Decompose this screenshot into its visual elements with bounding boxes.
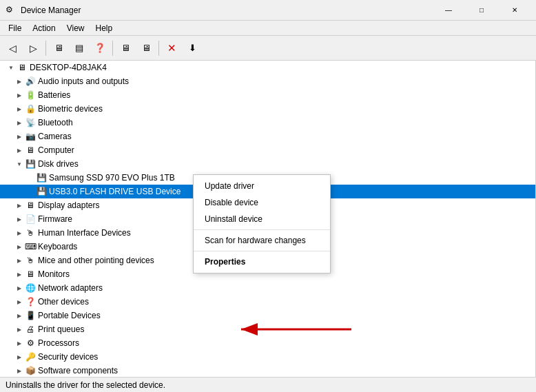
toolbar-remove[interactable]: ✕ — [162, 39, 181, 58]
label-bluetooth: Bluetooth — [38, 118, 73, 127]
tree-root[interactable]: ▼ 🖥 DESKTOP-4D8JAK4 — [0, 61, 535, 74]
ctx-sep-uninstall — [194, 229, 330, 230]
toolbar-download[interactable]: ⬇ — [183, 39, 202, 58]
close-button[interactable]: ✕ — [499, 0, 530, 21]
toggle-batteries[interactable]: ▶ — [14, 90, 25, 101]
label-firmware: Firmware — [38, 214, 72, 224]
ctx-item-scan[interactable]: Scan for hardware changes — [194, 232, 330, 249]
icon-monitors: 🖥 — [25, 269, 36, 280]
ctx-item-update[interactable]: Update driver — [194, 178, 330, 194]
tree-item-computer[interactable]: ▶ 🖥 Computer — [0, 143, 535, 157]
toolbar-help[interactable]: ❓ — [90, 39, 110, 58]
label-samsung: Samsung SSD 970 EVO Plus 1TB — [49, 173, 175, 183]
icon-batteries: 🔋 — [25, 90, 36, 101]
tree-item-network[interactable]: ▶ 🌐 Network adapters — [0, 281, 535, 295]
label-display: Display adapters — [38, 200, 99, 210]
toolbar-display1[interactable]: 🖥 — [116, 39, 135, 58]
status-bar: Uninstalls the driver for the selected d… — [0, 377, 536, 392]
toggle-biometric[interactable]: ▶ — [14, 103, 25, 114]
tree-item-print[interactable]: ▶ 🖨 Print queues — [0, 322, 535, 336]
toggle-portable[interactable]: ▶ — [14, 310, 25, 321]
icon-disk: 💾 — [25, 158, 36, 169]
tree-item-bluetooth[interactable]: ▶ 📡 Bluetooth — [0, 116, 535, 130]
toggle-cameras[interactable]: ▶ — [14, 131, 25, 142]
toolbar-back[interactable]: ◁ — [3, 39, 22, 58]
toggle-print[interactable]: ▶ — [14, 324, 25, 335]
toolbar-list[interactable]: ▤ — [70, 39, 89, 58]
tree-item-other[interactable]: ▶ ❓ Other devices — [0, 295, 535, 309]
tree-item-portable[interactable]: ▶ 📱 Portable Devices — [0, 309, 535, 322]
menu-view[interactable]: View — [61, 22, 90, 34]
menu-file[interactable]: File — [3, 22, 27, 34]
toggle-firmware[interactable]: ▶ — [14, 214, 25, 225]
toggle-monitors[interactable]: ▶ — [14, 269, 25, 280]
icon-security: 🔑 — [25, 351, 36, 362]
toggle-security[interactable]: ▶ — [14, 351, 25, 362]
toolbar-forward[interactable]: ▷ — [23, 39, 43, 58]
tree-item-audio[interactable]: ▶ 🔊 Audio inputs and outputs — [0, 74, 535, 88]
toggle-mice[interactable]: ▶ — [14, 255, 25, 266]
label-mice: Mice and other pointing devices — [38, 256, 154, 265]
toggle-audio[interactable]: ▶ — [14, 76, 25, 87]
icon-cameras: 📷 — [25, 131, 36, 142]
icon-samsung: 💾 — [36, 172, 47, 183]
icon-display: 🖥 — [25, 200, 36, 211]
toggle-network[interactable]: ▶ — [14, 282, 25, 293]
icon-other: ❓ — [25, 296, 36, 307]
label-disk: Disk drives — [38, 159, 79, 169]
toggle-other[interactable]: ▶ — [14, 296, 25, 307]
label-other: Other devices — [38, 297, 89, 307]
ctx-item-properties[interactable]: Properties — [194, 254, 330, 270]
toolbar-sep-3 — [158, 41, 159, 56]
tree-item-disk[interactable]: ▼ 💾 Disk drives — [0, 157, 535, 171]
device-tree[interactable]: ▼ 🖥 DESKTOP-4D8JAK4 ▶ 🔊 Audio inputs and… — [0, 61, 536, 377]
menu-help[interactable]: Help — [90, 22, 118, 34]
root-toggle[interactable]: ▼ — [6, 62, 17, 73]
ctx-sep-scan — [194, 251, 330, 251]
icon-print: 🖨 — [25, 324, 36, 335]
toggle-disk[interactable]: ▼ — [14, 158, 25, 169]
toggle-software-comp[interactable]: ▶ — [14, 365, 25, 376]
label-print: Print queues — [38, 324, 84, 334]
label-keyboards: Keyboards — [38, 242, 77, 251]
toggle-processors[interactable]: ▶ — [14, 338, 25, 349]
label-audio: Audio inputs and outputs — [38, 76, 129, 86]
tree-item-software-comp[interactable]: ▶ 📦 Software components — [0, 364, 535, 377]
tree-item-cameras[interactable]: ▶ 📷 Cameras — [0, 130, 535, 143]
toggle-hid[interactable]: ▶ — [14, 227, 25, 238]
tree-item-biometric[interactable]: ▶ 🔒 Biometric devices — [0, 102, 535, 116]
icon-keyboards: ⌨ — [25, 241, 36, 252]
icon-computer: 🖥 — [25, 145, 36, 156]
toolbar: ◁ ▷ 🖥 ▤ ❓ 🖥 🖥 ✕ ⬇ — [0, 36, 536, 61]
label-usb: USB3.0 FLASH DRIVE USB Device — [49, 187, 181, 196]
ctx-item-uninstall[interactable]: Uninstall device — [194, 211, 330, 227]
toolbar-computer[interactable]: 🖥 — [49, 39, 68, 58]
toolbar-sep-2 — [112, 41, 113, 56]
toggle-computer[interactable]: ▶ — [14, 145, 25, 156]
toggle-keyboards[interactable]: ▶ — [14, 241, 25, 252]
tree-item-processors[interactable]: ▶ ⚙ Processors — [0, 336, 535, 350]
context-menu: Update driverDisable deviceUninstall dev… — [193, 174, 331, 274]
toolbar-display2[interactable]: 🖥 — [136, 39, 156, 58]
computer-icon: 🖥 — [17, 62, 28, 73]
title-bar: ⚙ Device Manager — □ ✕ — [0, 0, 536, 21]
tree-item-batteries[interactable]: ▶ 🔋 Batteries — [0, 88, 535, 102]
main-area: ▼ 🖥 DESKTOP-4D8JAK4 ▶ 🔊 Audio inputs and… — [0, 61, 536, 377]
ctx-item-disable[interactable]: Disable device — [194, 194, 330, 211]
toggle-bluetooth[interactable]: ▶ — [14, 117, 25, 128]
icon-hid: 🖱 — [25, 227, 36, 238]
menu-action[interactable]: Action — [27, 22, 61, 34]
icon-usb: 💾 — [36, 186, 47, 197]
label-batteries: Batteries — [38, 90, 70, 100]
status-text: Uninstalls the driver for the selected d… — [6, 380, 165, 390]
icon-network: 🌐 — [25, 282, 36, 293]
icon-audio: 🔊 — [25, 76, 36, 87]
label-portable: Portable Devices — [38, 311, 101, 320]
maximize-button[interactable]: □ — [466, 0, 497, 21]
icon-processors: ⚙ — [25, 338, 36, 349]
tree-item-security[interactable]: ▶ 🔑 Security devices — [0, 350, 535, 364]
label-cameras: Cameras — [38, 132, 72, 141]
toggle-display[interactable]: ▶ — [14, 200, 25, 211]
minimize-button[interactable]: — — [433, 0, 464, 21]
icon-software-comp: 📦 — [25, 365, 36, 376]
